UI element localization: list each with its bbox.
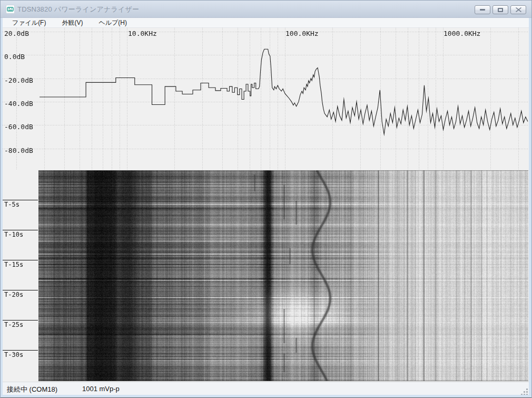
minimize-icon (480, 9, 485, 11)
time-tick (3, 230, 38, 230)
time-label: T-5s (4, 201, 19, 208)
menu-item-file[interactable]: ファイル(F) (6, 18, 52, 28)
y-axis-label: 0.0dB (4, 53, 25, 60)
resize-grip[interactable] (526, 389, 528, 390)
measurement-value: 1001 mVp-p (82, 385, 120, 393)
minimize-button[interactable] (475, 5, 490, 14)
time-label: T-15s (4, 261, 23, 268)
window-frame-left (1, 18, 3, 398)
maximize-icon (498, 8, 503, 12)
time-label: T-25s (4, 322, 23, 328)
x-axis-label: 1000.0KHz (444, 30, 480, 37)
time-tick (3, 200, 38, 200)
analyzer-display-area: 20.0dB 0.0dB -20.0dB -40.0dB -60.0dB -80… (1, 28, 532, 382)
x-axis-label: 10.0KHz (128, 30, 157, 37)
y-axis-label: -40.0dB (4, 100, 33, 107)
menu-item-view[interactable]: 外観(V) (55, 18, 89, 28)
spectrogram-waterfall (38, 170, 528, 381)
app-window: TDSN3820 パワーラインアナライザー ファイル(F) 外観(V) ヘルプ(… (0, 0, 532, 398)
window-title: TDSN3820 パワーラインアナライザー (17, 5, 139, 14)
app-icon (6, 5, 15, 14)
window-frame-right (529, 18, 531, 398)
close-button[interactable] (510, 5, 526, 14)
maximize-button[interactable] (492, 5, 508, 14)
connection-status: 接続中 (COM18) (7, 385, 57, 394)
close-icon (516, 7, 521, 12)
status-bar: 接続中 (COM18) 1001 mVp-p (1, 382, 532, 395)
x-axis-label: 100.0KHz (285, 30, 319, 37)
time-tick (3, 290, 38, 290)
time-tick (3, 350, 38, 351)
y-axis-label: -80.0dB (4, 147, 33, 154)
time-label: T-20s (4, 292, 23, 298)
y-axis-label: 20.0dB (4, 30, 29, 37)
y-axis-label: -60.0dB (4, 123, 33, 130)
time-label: T-30s (4, 352, 23, 358)
menu-item-help[interactable]: ヘルプ(H) (92, 18, 133, 28)
y-axis-label: -20.0dB (4, 77, 33, 84)
time-tick (3, 260, 38, 260)
time-tick (3, 320, 38, 321)
time-label: T-10s (4, 231, 23, 238)
spectrum-chart (1, 28, 530, 170)
titlebar-controls (475, 5, 526, 14)
title-bar[interactable]: TDSN3820 パワーラインアナライザー (1, 1, 532, 18)
menu-bar: ファイル(F) 外観(V) ヘルプ(H) (1, 18, 532, 28)
